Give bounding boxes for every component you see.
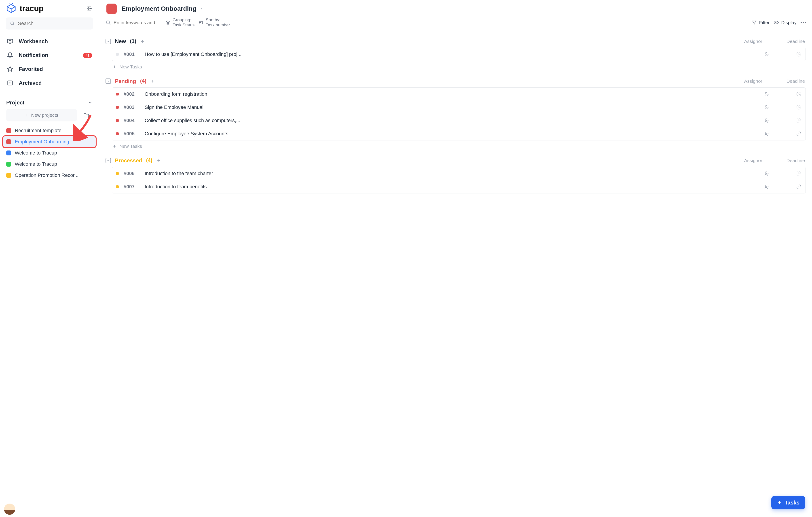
eye-icon: [774, 20, 779, 25]
task-row[interactable]: #007 Introduction to team benefits: [112, 180, 806, 193]
nav-notification[interactable]: Notification 41: [0, 48, 99, 62]
collapse-group-button[interactable]: [106, 158, 111, 163]
nav-label: Archived: [19, 80, 42, 86]
task-status-dot: [116, 172, 119, 175]
display-button[interactable]: Display: [774, 20, 796, 25]
task-row[interactable]: #005 Configure Employee System Accounts: [112, 127, 806, 140]
divider: [0, 94, 99, 94]
assignor-icon[interactable]: [764, 171, 769, 176]
filter-label: Filter: [759, 20, 770, 25]
svg-point-5: [776, 22, 777, 23]
group-name: Processed: [115, 157, 142, 164]
deadline-icon[interactable]: [796, 171, 802, 176]
svg-point-16: [765, 172, 767, 174]
task-status-dot: [116, 119, 119, 122]
new-tasks-label: New Tasks: [119, 144, 142, 149]
task-row[interactable]: #006 Introduction to the team charter: [112, 167, 806, 180]
assignor-icon[interactable]: [764, 184, 769, 190]
deadline-icon[interactable]: [796, 131, 802, 136]
collapse-sidebar-button[interactable]: [85, 5, 93, 12]
sidebar-project-item[interactable]: Welcome to Tracup: [0, 147, 99, 159]
more-button[interactable]: [801, 22, 806, 23]
add-task-button[interactable]: [140, 39, 145, 44]
assignor-icon[interactable]: [764, 52, 769, 57]
nav-favorited[interactable]: Favorited: [0, 62, 99, 76]
task-status-dot: [116, 53, 119, 56]
main-content: Employment Onboarding Grouping: Task Sta…: [99, 0, 812, 517]
filter-button[interactable]: Filter: [752, 20, 770, 25]
sidebar-project-item[interactable]: Welcome to Tracup: [0, 159, 99, 170]
search-icon: [106, 20, 111, 25]
task-search-input[interactable]: [114, 20, 158, 25]
project-section-header[interactable]: Project: [0, 95, 99, 109]
task-id: #006: [124, 171, 140, 176]
create-task-fab[interactable]: Tasks: [771, 496, 805, 509]
page-header: Employment Onboarding: [99, 0, 812, 16]
assignor-icon[interactable]: [764, 131, 769, 136]
brand-name: tracup: [20, 4, 44, 13]
task-search[interactable]: [106, 20, 162, 25]
task-title: Configure Employee System Accounts: [145, 131, 759, 137]
sidebar-project-item[interactable]: Operation Promotion Recor...: [0, 170, 99, 181]
col-header-deadline: Deadline: [786, 39, 806, 44]
folder-button[interactable]: [80, 109, 92, 121]
header-dot: [201, 8, 202, 9]
task-status-dot: [116, 185, 119, 188]
task-id: #004: [124, 118, 140, 123]
plus-icon: [777, 500, 782, 505]
deadline-icon[interactable]: [796, 91, 802, 97]
avatar[interactable]: [4, 504, 15, 515]
bell-icon: [7, 52, 13, 59]
sort-icon: [199, 20, 203, 25]
project-color-swatch: [107, 4, 117, 14]
search-input[interactable]: [18, 21, 89, 26]
sidebar-project-item[interactable]: Employment Onboarding: [3, 136, 96, 147]
sidebar-search[interactable]: [6, 18, 93, 30]
task-group: Pending (4) Assignor Deadline #002 Onboa…: [99, 75, 812, 150]
project-color-icon: [6, 139, 11, 144]
deadline-icon[interactable]: [796, 118, 802, 123]
task-row[interactable]: #001 How to use [Employment Onboarding] …: [112, 48, 806, 61]
collapse-group-button[interactable]: [106, 39, 111, 44]
assignor-icon[interactable]: [764, 105, 769, 110]
collapse-group-button[interactable]: [106, 79, 111, 84]
task-id: #005: [124, 131, 140, 137]
task-row[interactable]: #003 Sign the Employee Manual: [112, 101, 806, 114]
task-group: Processed (4) Assignor Deadline #006 Int…: [99, 154, 812, 194]
sidebar-project-item[interactable]: Recruitment template: [0, 125, 99, 136]
new-tasks-link[interactable]: New Tasks: [106, 61, 806, 71]
new-tasks-link[interactable]: New Tasks: [106, 140, 806, 150]
more-icon: [801, 22, 806, 23]
assignor-icon[interactable]: [764, 91, 769, 97]
deadline-icon[interactable]: [796, 52, 802, 57]
grouping-value: Task Status: [173, 23, 195, 28]
display-label: Display: [781, 20, 796, 25]
sort-value: Task number: [206, 23, 230, 28]
task-status-dot: [116, 93, 119, 95]
svg-point-10: [765, 106, 767, 107]
new-projects-button[interactable]: New projects: [6, 109, 77, 121]
fab-label: Tasks: [785, 499, 800, 506]
assignor-icon[interactable]: [764, 118, 769, 123]
deadline-icon[interactable]: [796, 105, 802, 110]
svg-point-18: [765, 185, 767, 187]
task-title: How to use [Employment Onboarding] proj.…: [145, 52, 759, 57]
new-tasks-label: New Tasks: [119, 64, 142, 69]
svg-point-0: [11, 22, 13, 25]
chevron-down-icon: [88, 100, 92, 105]
deadline-icon[interactable]: [796, 184, 802, 190]
sort-selector[interactable]: Sort by: Task number: [199, 18, 230, 28]
task-status-dot: [116, 106, 119, 109]
grouping-selector[interactable]: Grouping: Task Status: [166, 18, 195, 28]
sort-label: Sort by:: [206, 18, 230, 23]
nav-workbench[interactable]: Workbench: [0, 34, 99, 48]
add-task-button[interactable]: [156, 158, 161, 163]
svg-point-8: [765, 92, 767, 94]
layers-icon: [166, 20, 170, 25]
nav-archived[interactable]: Archived: [0, 76, 99, 90]
project-list: Recruitment template Employment Onboardi…: [0, 125, 99, 181]
task-row[interactable]: #002 Onboarding form registration: [112, 88, 806, 101]
filter-icon: [752, 20, 757, 25]
task-row[interactable]: #004 Collect office supplies such as com…: [112, 114, 806, 127]
add-task-button[interactable]: [150, 79, 155, 83]
